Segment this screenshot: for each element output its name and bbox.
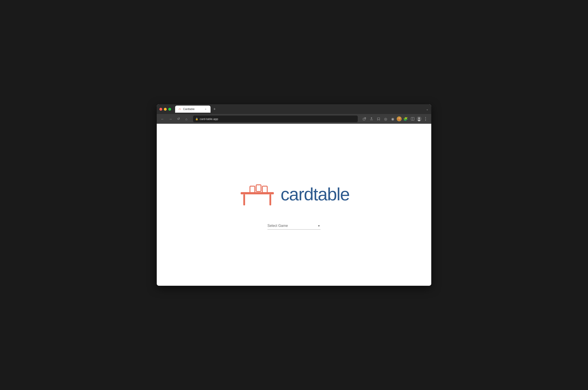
share-icon	[370, 117, 373, 120]
svg-rect-2	[180, 109, 181, 110]
back-button[interactable]: ←	[159, 116, 166, 122]
split-view-icon	[411, 117, 414, 121]
nav-bar: ← → ↺ ⌂ 🔒 card-table.app	[157, 114, 431, 124]
maximize-button[interactable]	[168, 108, 171, 111]
svg-rect-1	[179, 109, 179, 110]
svg-rect-3	[179, 108, 180, 109]
bookmark-button[interactable]	[376, 116, 382, 122]
svg-rect-13	[269, 194, 271, 205]
cookie-button[interactable]: 🍪	[397, 116, 402, 121]
open-external-button[interactable]	[361, 116, 368, 122]
browser-actions: ◎ ◉ 🍪 🧩 ⋮	[361, 116, 429, 122]
svg-rect-11	[241, 192, 274, 194]
logo-area: cardtable	[239, 180, 349, 209]
svg-rect-12	[243, 194, 245, 205]
svg-point-10	[418, 120, 420, 121]
svg-rect-15	[256, 185, 261, 192]
reload-button[interactable]: ↺	[175, 116, 182, 122]
new-tab-button[interactable]: +	[211, 106, 218, 112]
split-view-button[interactable]	[410, 116, 416, 122]
tab-title: Cardtable	[183, 107, 202, 111]
bookmark-icon	[377, 117, 380, 120]
app-logo	[239, 180, 276, 209]
titlebar: Cardtable × + ⌄	[157, 104, 431, 114]
tab-chevron-icon[interactable]: ⌄	[426, 107, 429, 111]
forward-button[interactable]: →	[167, 116, 174, 122]
traffic-lights	[159, 108, 171, 111]
minimize-button[interactable]	[164, 108, 167, 111]
svg-rect-16	[262, 186, 267, 193]
puzzle-button[interactable]: 🧩	[402, 116, 409, 122]
lock-icon: 🔒	[195, 118, 198, 120]
svg-rect-14	[250, 186, 255, 193]
app-name: cardtable	[281, 184, 349, 204]
close-button[interactable]	[159, 108, 162, 111]
browser-window: Cardtable × + ⌄ ← → ↺ ⌂ 🔒 card-table.app	[157, 104, 431, 286]
avatar-icon	[417, 116, 422, 121]
open-external-icon	[363, 117, 366, 120]
cardtable-logo-svg	[239, 180, 276, 209]
user-avatar[interactable]	[417, 116, 422, 121]
address-text: card-table.app	[200, 117, 355, 121]
tab-favicon-icon	[178, 107, 181, 111]
profile-icon-2-button[interactable]: ◉	[390, 116, 396, 122]
active-tab[interactable]: Cardtable ×	[175, 105, 210, 113]
select-game-wrapper: Select Game ▾	[267, 222, 321, 230]
home-button[interactable]: ⌂	[183, 116, 190, 122]
page-content: cardtable Select Game ▾	[157, 124, 431, 286]
share-button[interactable]	[368, 116, 375, 122]
svg-point-9	[418, 118, 420, 119]
tab-bar: Cardtable × + ⌄	[175, 105, 429, 113]
svg-rect-0	[179, 109, 181, 109]
profile-icon-1-button[interactable]: ◎	[383, 116, 389, 122]
more-options-button[interactable]: ⋮	[422, 116, 429, 122]
select-game-dropdown[interactable]: Select Game	[267, 222, 321, 230]
svg-rect-4	[180, 108, 180, 109]
tab-close-button[interactable]: ×	[204, 107, 207, 111]
address-bar[interactable]: 🔒 card-table.app	[193, 116, 358, 122]
